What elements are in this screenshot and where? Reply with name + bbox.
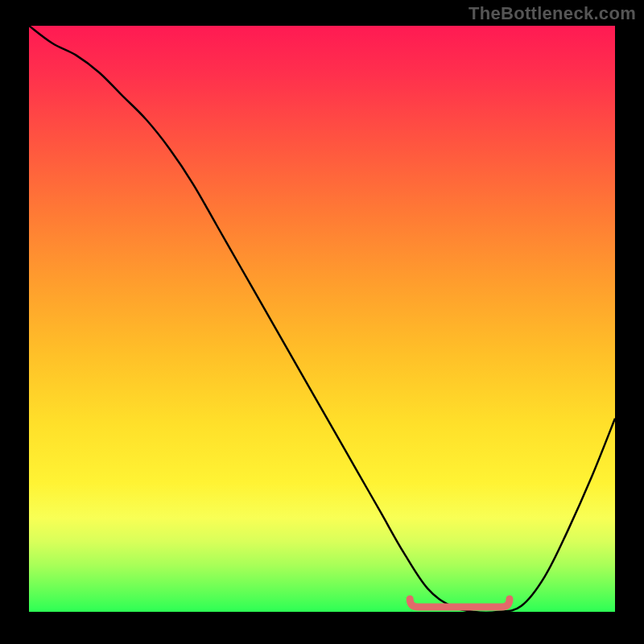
bottleneck-curve-path [29, 26, 615, 612]
watermark-text: TheBottleneck.com [469, 3, 636, 24]
optimal-range-marker-path [410, 599, 510, 607]
chart-frame: TheBottleneck.com [0, 0, 644, 644]
curve-layer [29, 26, 615, 612]
plot-area [29, 26, 615, 612]
